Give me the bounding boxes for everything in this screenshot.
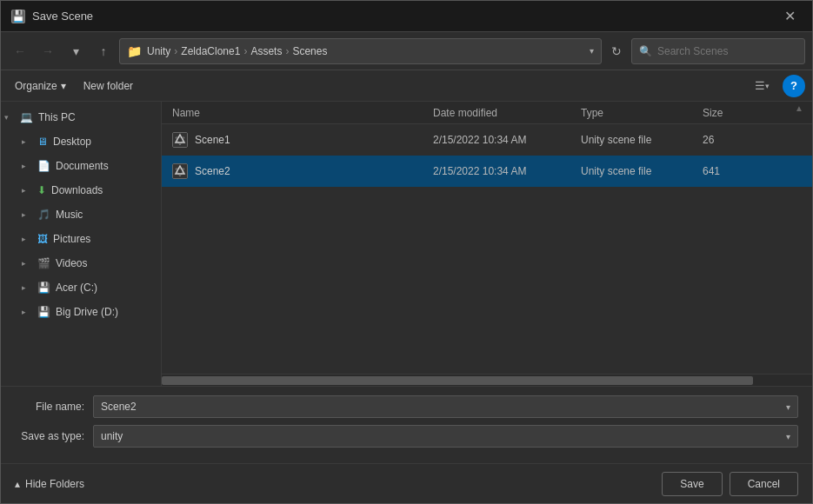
- sidebar-label-documents: Documents: [56, 160, 109, 172]
- organize-label: Organize: [15, 80, 57, 92]
- sidebar-label-downloads: Downloads: [51, 184, 103, 196]
- sidebar-item-this-pc[interactable]: ▾ 💻 This PC: [1, 105, 161, 129]
- chevron-right-icon: ▸: [22, 259, 32, 268]
- new-folder-label: New folder: [83, 80, 133, 92]
- dialog-title: Save Scene: [32, 10, 777, 23]
- savetype-label: Save as type:: [15, 430, 93, 442]
- path-sep-2: ›: [243, 45, 247, 57]
- filename-value: Scene2: [101, 401, 137, 413]
- content-area: ▾ 💻 This PC ▸ 🖥 Desktop ▸ 📄 Documents ▸ …: [1, 102, 812, 386]
- hscroll-thumb[interactable]: [162, 376, 753, 385]
- sidebar-label-videos: Videos: [56, 257, 87, 269]
- savetype-dropdown-arrow: ▾: [786, 432, 790, 441]
- path-segment-unity: Unity: [147, 45, 170, 57]
- search-icon: 🔍: [639, 45, 652, 57]
- sidebar: ▾ 💻 This PC ▸ 🖥 Desktop ▸ 📄 Documents ▸ …: [1, 102, 162, 386]
- column-header-date[interactable]: Date modified: [426, 102, 574, 123]
- videos-icon: 🎬: [37, 257, 50, 269]
- downloads-icon: ⬇: [37, 184, 46, 196]
- bottom-form: File name: Scene2 ▾ Save as type: unity …: [1, 386, 812, 463]
- chevron-up-icon: ▴: [15, 478, 20, 490]
- file-size-scene2: 641: [696, 165, 809, 177]
- file-size-scene1: 26: [696, 134, 809, 146]
- search-input[interactable]: [657, 45, 797, 57]
- savetype-value: unity: [101, 430, 123, 442]
- chevron-right-icon: ▸: [22, 137, 32, 146]
- file-type-scene1: Unity scene file: [574, 134, 696, 146]
- chevron-right-icon: ▸: [22, 308, 32, 316]
- sidebar-item-desktop[interactable]: ▸ 🖥 Desktop: [1, 129, 161, 154]
- sidebar-item-big-drive-d[interactable]: ▸ 💾 Big Drive (D:): [1, 300, 161, 324]
- sidebar-item-music[interactable]: ▸ 🎵 Music: [1, 202, 161, 227]
- file-date-scene1: 2/15/2022 10:34 AM: [426, 134, 574, 146]
- column-headers: ▲ Name Date modified Type Size: [162, 102, 812, 124]
- sidebar-item-acer-c[interactable]: ▸ 💾 Acer (C:): [1, 275, 161, 300]
- save-button[interactable]: Save: [662, 472, 722, 496]
- titlebar: 💾 Save Scene ✕: [1, 1, 812, 32]
- table-row[interactable]: Scene2 2/15/2022 10:34 AM Unity scene fi…: [162, 156, 812, 187]
- address-dropdown-arrow[interactable]: ▾: [590, 46, 594, 56]
- view-options-button[interactable]: ☰ ▾: [750, 75, 774, 97]
- navbar: ← → ▾ ↑ 📁 Unity › ZeldaClone1 › Assets ›…: [1, 32, 812, 70]
- chevron-down-icon: ▾: [4, 113, 15, 122]
- sidebar-label-pictures: Pictures: [53, 233, 90, 245]
- forward-button[interactable]: →: [36, 39, 60, 63]
- column-type-label: Type: [581, 107, 603, 119]
- sidebar-label-desktop: Desktop: [53, 136, 91, 148]
- close-button[interactable]: ✕: [777, 4, 802, 29]
- address-bar[interactable]: 📁 Unity › ZeldaClone1 › Assets › Scenes …: [119, 38, 602, 64]
- hide-folders-label: Hide Folders: [25, 478, 84, 490]
- music-icon: 🎵: [37, 209, 50, 221]
- toolbar: Organize ▾ New folder ☰ ▾ ?: [1, 70, 812, 102]
- big-drive-d-icon: 💾: [37, 306, 50, 318]
- hide-folders-button[interactable]: ▴ Hide Folders: [15, 478, 84, 490]
- filename-input[interactable]: Scene2 ▾: [93, 395, 798, 418]
- hscroll-track: [162, 375, 812, 386]
- recent-locations-button[interactable]: ▾: [63, 39, 88, 63]
- column-header-type[interactable]: Type: [574, 102, 696, 123]
- desktop-icon: 🖥: [37, 136, 48, 148]
- path-sep-1: ›: [174, 45, 177, 57]
- sidebar-label-music: Music: [56, 209, 83, 221]
- table-row[interactable]: Scene1 2/15/2022 10:34 AM Unity scene fi…: [162, 124, 812, 156]
- file-name-scene1: Scene1: [165, 132, 426, 148]
- sidebar-item-documents[interactable]: ▸ 📄 Documents: [1, 154, 161, 178]
- file-list-scroll: Scene1 2/15/2022 10:34 AM Unity scene fi…: [162, 124, 812, 374]
- organize-button[interactable]: Organize ▾: [8, 75, 73, 97]
- cancel-button[interactable]: Cancel: [730, 472, 798, 496]
- chevron-right-icon: ▸: [22, 235, 32, 243]
- this-pc-icon: 💻: [20, 111, 33, 123]
- pictures-icon: 🖼: [37, 233, 48, 245]
- chevron-right-icon: ▸: [22, 210, 32, 219]
- path-sep-3: ›: [285, 45, 289, 57]
- sidebar-label-acer-c: Acer (C:): [56, 282, 97, 294]
- view-dropdown-icon: ▾: [765, 82, 770, 90]
- sidebar-item-videos[interactable]: ▸ 🎬 Videos: [1, 251, 161, 275]
- up-button[interactable]: ↑: [91, 39, 116, 63]
- savetype-row: Save as type: unity ▾: [15, 425, 798, 448]
- sidebar-item-downloads[interactable]: ▸ ⬇ Downloads: [1, 178, 161, 202]
- chevron-right-icon: ▸: [22, 283, 32, 292]
- horizontal-scrollbar[interactable]: [162, 374, 812, 386]
- help-button[interactable]: ?: [783, 75, 805, 97]
- filename-label: File name:: [15, 401, 93, 413]
- back-button[interactable]: ←: [8, 39, 32, 63]
- unity-file-icon: [172, 163, 188, 179]
- savetype-input[interactable]: unity ▾: [93, 425, 798, 448]
- path-segment-scenes: Scenes: [292, 45, 327, 57]
- new-folder-button[interactable]: New folder: [77, 75, 140, 97]
- sidebar-item-pictures[interactable]: ▸ 🖼 Pictures: [1, 227, 161, 251]
- filename-dropdown-arrow: ▾: [786, 402, 790, 412]
- file-type-scene2: Unity scene file: [574, 165, 696, 177]
- column-header-size[interactable]: Size: [696, 102, 809, 123]
- chevron-right-icon: ▸: [22, 162, 32, 170]
- footer-buttons: Save Cancel: [662, 472, 798, 496]
- column-header-name[interactable]: Name: [165, 102, 426, 123]
- chevron-right-icon: ▸: [22, 186, 32, 195]
- file-name-scene2: Scene2: [165, 163, 426, 179]
- column-size-label: Size: [703, 107, 723, 119]
- documents-icon: 📄: [37, 160, 50, 172]
- file-date-scene2: 2/15/2022 10:34 AM: [426, 165, 574, 177]
- refresh-button[interactable]: ↻: [605, 40, 628, 63]
- save-scene-dialog: 💾 Save Scene ✕ ← → ▾ ↑ 📁 Unity › ZeldaCl…: [0, 0, 813, 504]
